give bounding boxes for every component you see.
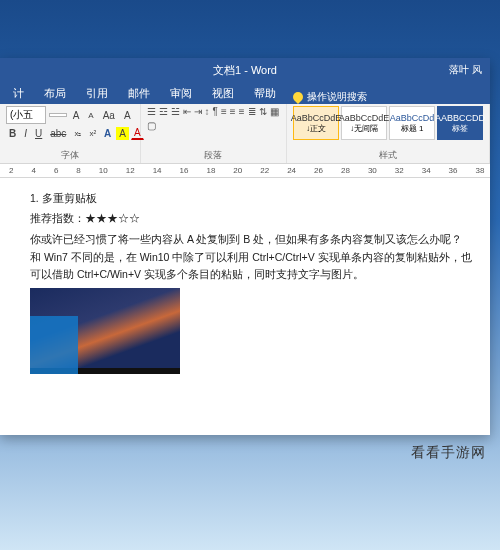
horizontal-ruler[interactable]: 2468101214161820222426283032343638 (0, 164, 490, 178)
tell-me-search[interactable]: 操作说明搜索 (293, 90, 367, 104)
increase-indent-icon[interactable]: ⇥ (194, 106, 202, 117)
style-preview: AaBbCcDd (390, 113, 435, 123)
italic-button[interactable]: I (21, 127, 30, 140)
user-name: 落叶 风 (449, 63, 482, 77)
ribbon-tabs: 计 布局 引用 邮件 审阅 视图 帮助 操作说明搜索 (0, 82, 490, 104)
style-normal[interactable]: AaBbCcDdE ↓正文 (293, 106, 339, 140)
style-preview: AaBbCcDdE (339, 113, 390, 123)
style-preview: AABBCCDD (435, 113, 485, 123)
font-name-select[interactable]: (小五 (6, 106, 46, 124)
grow-font-button[interactable]: A (70, 109, 83, 122)
titlebar: 文档1 - Word 落叶 风 (0, 58, 490, 82)
align-right-icon[interactable]: ≡ (239, 106, 245, 117)
styles-group-label: 样式 (293, 149, 483, 162)
tab-help[interactable]: 帮助 (245, 83, 285, 104)
styles-group: AaBbCcDdE ↓正文 AaBbCcDdE ↓无间隔 AaBbCcDd 标题… (287, 104, 490, 163)
justify-icon[interactable]: ≣ (248, 106, 256, 117)
ribbon: (小五 A A Aa A B I U abc x₂ x² A A A (0, 104, 490, 164)
doc-rating: 推荐指数：★★★☆☆ (30, 210, 472, 228)
subscript-button[interactable]: x₂ (71, 128, 84, 139)
tab-layout[interactable]: 布局 (35, 83, 75, 104)
watermark-text: 看看手游网 (411, 444, 486, 462)
style-name: ↓无间隔 (350, 123, 378, 134)
font-group-label: 字体 (6, 149, 134, 162)
bullets-icon[interactable]: ☰ (147, 106, 156, 117)
document-body[interactable]: 1. 多重剪贴板 推荐指数：★★★☆☆ 你或许已经习惯了将一些内容从 A 处复制… (0, 178, 490, 435)
tab-mailings[interactable]: 邮件 (119, 83, 159, 104)
text-effects-button[interactable]: A (101, 127, 114, 140)
font-group: (小五 A A Aa A B I U abc x₂ x² A A A (0, 104, 141, 163)
decrease-indent-icon[interactable]: ⇤ (183, 106, 191, 117)
paragraph-group-label: 段落 (147, 149, 280, 162)
tab-review[interactable]: 审阅 (161, 83, 201, 104)
multilevel-icon[interactable]: ☱ (171, 106, 180, 117)
tell-me-label: 操作说明搜索 (307, 90, 367, 104)
underline-button[interactable]: U (32, 127, 45, 140)
embedded-image[interactable] (30, 288, 180, 374)
window-title: 文档1 - Word (213, 63, 277, 78)
style-name: 标签 (452, 123, 468, 134)
sort-icon[interactable]: ↕ (205, 106, 210, 117)
style-preview: AaBbCcDdE (291, 113, 342, 123)
font-size-select[interactable] (49, 113, 66, 117)
tab-view[interactable]: 视图 (203, 83, 243, 104)
superscript-button[interactable]: x² (86, 128, 99, 139)
align-left-icon[interactable]: ≡ (221, 106, 227, 117)
borders-icon[interactable]: ▢ (147, 120, 156, 131)
bold-button[interactable]: B (6, 127, 19, 140)
word-window: 文档1 - Word 落叶 风 计 布局 引用 邮件 审阅 视图 帮助 操作说明… (0, 58, 490, 435)
line-spacing-icon[interactable]: ⇅ (259, 106, 267, 117)
style-name: 标题 1 (401, 123, 424, 134)
doc-paragraph: 你或许已经习惯了将一些内容从 A 处复制到 B 处，但如果有多条内容复制又该怎么… (30, 231, 472, 285)
change-case-button[interactable]: Aa (100, 109, 118, 122)
tab-references[interactable]: 引用 (77, 83, 117, 104)
highlight-button[interactable]: A (116, 127, 129, 140)
style-name: ↓正文 (306, 123, 326, 134)
style-no-spacing[interactable]: AaBbCcDdE ↓无间隔 (341, 106, 387, 140)
strike-button[interactable]: abc (47, 127, 69, 140)
shading-icon[interactable]: ▦ (270, 106, 279, 117)
phonetic-guide-button[interactable]: A (121, 109, 134, 122)
rating-stars: ★★★☆☆ (85, 212, 140, 224)
shrink-font-button[interactable]: A (85, 110, 96, 121)
style-label[interactable]: AABBCCDD 标签 (437, 106, 483, 140)
paragraph-group: ☰ ☲ ☱ ⇤ ⇥ ↕ ¶ ≡ ≡ ≡ ≣ ⇅ ▦ ▢ 段落 (141, 104, 287, 163)
show-marks-icon[interactable]: ¶ (213, 106, 218, 117)
align-center-icon[interactable]: ≡ (230, 106, 236, 117)
rating-label: 推荐指数： (30, 212, 85, 224)
numbering-icon[interactable]: ☲ (159, 106, 168, 117)
style-heading1[interactable]: AaBbCcDd 标题 1 (389, 106, 435, 140)
tab-design[interactable]: 计 (4, 83, 33, 104)
bulb-icon (291, 90, 305, 104)
doc-heading: 1. 多重剪贴板 (30, 190, 472, 208)
